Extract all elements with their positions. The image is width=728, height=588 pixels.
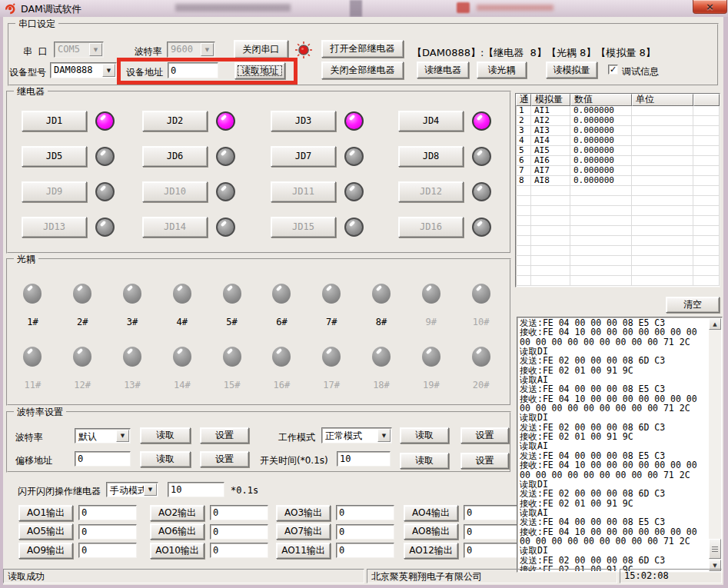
cell-extra bbox=[693, 266, 720, 276]
header-extra[interactable] bbox=[693, 94, 720, 106]
ao-value-input[interactable]: 0 bbox=[210, 524, 268, 540]
relay-button[interactable]: JD3 bbox=[271, 111, 336, 131]
ao-value-input[interactable]: 0 bbox=[78, 505, 137, 520]
ao-output-button[interactable]: AO8输出 bbox=[404, 523, 458, 540]
ao-output-button[interactable]: AO2输出 bbox=[150, 505, 204, 521]
relay-button[interactable]: JD13 bbox=[22, 217, 87, 238]
read-analog-button[interactable]: 读模拟量 bbox=[546, 61, 597, 78]
ao-value-input[interactable]: 0 bbox=[336, 543, 394, 558]
switch-time-read-button[interactable]: 读取 bbox=[400, 453, 449, 469]
offset-set-button[interactable]: 设置 bbox=[200, 451, 249, 467]
relay-button[interactable]: JD9 bbox=[22, 181, 87, 202]
table-row bbox=[516, 246, 720, 256]
offset-read-button[interactable]: 读取 bbox=[140, 451, 191, 467]
log-scrollbar[interactable]: ▲ ▼ bbox=[709, 318, 721, 571]
close-all-relays-button[interactable]: 关闭全部继电器 bbox=[321, 61, 404, 79]
relay-button[interactable]: JD5 bbox=[22, 146, 87, 167]
relay-button[interactable]: JD2 bbox=[142, 111, 208, 131]
header-analog[interactable]: 模拟量 bbox=[531, 94, 570, 106]
header-value[interactable]: 数值 bbox=[570, 94, 632, 106]
relay-button[interactable]: JD10 bbox=[142, 181, 208, 202]
cell-analog bbox=[531, 216, 570, 226]
cell-value: 0.000000 bbox=[570, 166, 632, 176]
debug-info-checkbox[interactable]: ✓ bbox=[608, 65, 618, 75]
opto-group-label: 光耦 bbox=[14, 253, 38, 266]
baudrate-set-button[interactable]: 设置 bbox=[200, 427, 249, 443]
relay-indicator-lamp bbox=[472, 147, 491, 166]
relay-button[interactable]: JD12 bbox=[398, 181, 464, 202]
relay-button[interactable]: JD8 bbox=[398, 146, 464, 167]
relay-button[interactable]: JD4 bbox=[398, 111, 464, 131]
baudrate-read-button[interactable]: 读取 bbox=[140, 427, 191, 443]
read-address-button[interactable]: 读取地址 bbox=[234, 62, 285, 79]
read-relay-button[interactable]: 读继电器 bbox=[417, 61, 469, 78]
model-select[interactable]: DAM0888 ▼ bbox=[50, 62, 117, 78]
ao-value-input[interactable]: 0 bbox=[464, 543, 522, 558]
ao-value-input[interactable]: 0 bbox=[336, 505, 394, 520]
ao-value-input[interactable]: 0 bbox=[78, 543, 137, 558]
cell-channel: 5 bbox=[516, 146, 531, 156]
work-mode-select[interactable]: 正常模式 ▼ bbox=[321, 427, 392, 443]
cell-extra bbox=[693, 156, 720, 166]
opto-cell: 15# bbox=[207, 347, 257, 390]
offset-address-input[interactable] bbox=[75, 451, 131, 467]
ao-output-button[interactable]: AO5输出 bbox=[18, 523, 73, 540]
close-button[interactable]: × bbox=[693, 0, 727, 14]
relay-button[interactable]: JD16 bbox=[398, 217, 464, 238]
header-channel[interactable]: 通 bbox=[516, 94, 531, 106]
work-mode-set-button[interactable]: 设置 bbox=[460, 427, 509, 443]
relay-button[interactable]: JD1 bbox=[22, 111, 87, 131]
open-all-relays-button[interactable]: 打开全部继电器 bbox=[321, 40, 404, 58]
scrollbar-thumb[interactable] bbox=[709, 539, 721, 559]
relay-button[interactable]: JD6 bbox=[142, 146, 208, 167]
close-serial-button[interactable]: 关闭串口 bbox=[234, 40, 288, 58]
comm-log[interactable]: 发送:FE 04 00 00 00 08 E5 C3 接收:FE 04 10 0… bbox=[517, 317, 723, 573]
cell-extra bbox=[693, 206, 720, 216]
flash-mode-value: 手动模式 bbox=[110, 484, 147, 497]
read-opto-button[interactable]: 读光耦 bbox=[477, 61, 527, 78]
ao-output-button[interactable]: AO3输出 bbox=[276, 505, 331, 521]
device-address-input[interactable] bbox=[168, 62, 218, 78]
cell-channel bbox=[516, 216, 531, 226]
chevron-down-icon: ▼ bbox=[377, 429, 391, 442]
serial-group-label: 串口设定 bbox=[15, 18, 58, 31]
clear-log-button[interactable]: 清空 bbox=[666, 297, 720, 313]
flash-mode-select[interactable]: 手动模式 ▼ bbox=[106, 482, 158, 497]
cell-value bbox=[570, 196, 632, 206]
ao-output-button[interactable]: AO6输出 bbox=[150, 523, 204, 540]
ao-value-input[interactable]: 0 bbox=[210, 543, 268, 558]
ao-value-input[interactable]: 0 bbox=[210, 505, 268, 520]
baudrate-select[interactable]: 默认 ▼ bbox=[75, 428, 131, 443]
ao-output-button[interactable]: AO1输出 bbox=[18, 505, 73, 521]
port-select[interactable]: COM5 ▼ bbox=[54, 42, 104, 58]
relay-indicator-lamp bbox=[95, 182, 115, 201]
work-mode-read-button[interactable]: 读取 bbox=[400, 427, 449, 443]
ao-value-input[interactable]: 0 bbox=[464, 524, 522, 540]
opto-cell: 12# bbox=[58, 347, 108, 390]
relay-button[interactable]: JD11 bbox=[271, 181, 336, 202]
ao-output-button[interactable]: AO7输出 bbox=[276, 523, 331, 540]
switch-time-input[interactable] bbox=[337, 451, 391, 467]
switch-time-set-button[interactable]: 设置 bbox=[460, 453, 509, 469]
ao-value-input[interactable]: 0 bbox=[464, 505, 522, 520]
table-row: 2 AI2 0.000000 bbox=[516, 116, 720, 126]
ao-output-button[interactable]: AO4输出 bbox=[404, 505, 458, 521]
cell-value bbox=[570, 276, 632, 286]
relay-button[interactable]: JD15 bbox=[271, 217, 336, 238]
header-unit[interactable]: 单位 bbox=[632, 94, 693, 106]
flash-time-input[interactable] bbox=[168, 482, 224, 497]
cell-unit bbox=[632, 266, 693, 276]
relay-button[interactable]: JD7 bbox=[271, 146, 336, 167]
scroll-up-icon[interactable]: ▲ bbox=[709, 318, 721, 330]
ao-value-input[interactable]: 0 bbox=[336, 524, 394, 540]
ao-output-button[interactable]: AO12输出 bbox=[404, 543, 458, 559]
ao-value-input[interactable]: 0 bbox=[78, 524, 137, 540]
relay-cell: JD10 bbox=[142, 174, 271, 209]
relay-button[interactable]: JD14 bbox=[142, 217, 208, 238]
table-row: 5 AI5 0.000000 bbox=[516, 146, 720, 156]
ao-output-button[interactable]: AO9输出 bbox=[18, 543, 73, 559]
ao-output-button[interactable]: AO11输出 bbox=[276, 543, 331, 559]
ao-output-button[interactable]: AO10输出 bbox=[150, 543, 204, 559]
table-row: 3 AI3 0.000000 bbox=[516, 126, 720, 136]
baud-select[interactable]: 9600 ▼ bbox=[167, 42, 215, 58]
